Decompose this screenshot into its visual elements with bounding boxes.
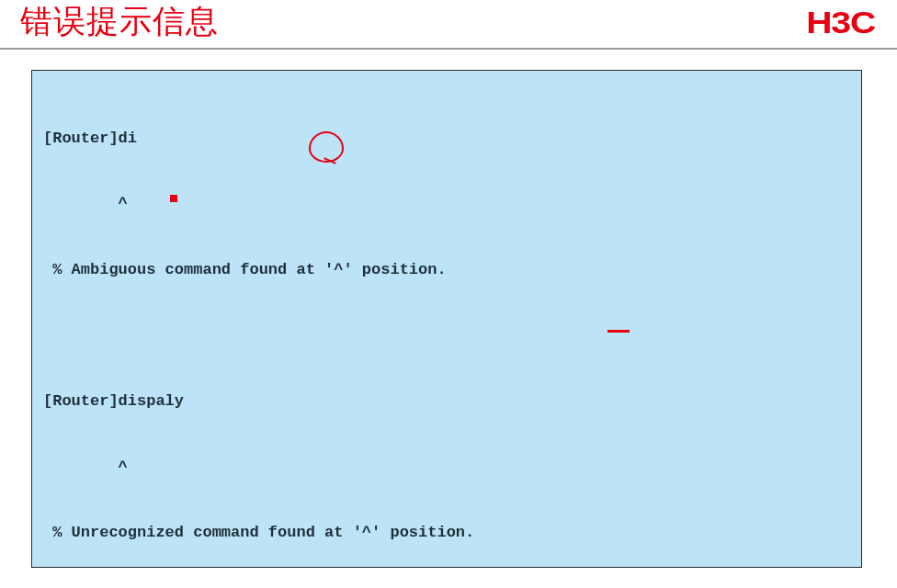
- slide-header: 错误提示信息 H3C: [0, 0, 897, 50]
- terminal-line: ^: [43, 193, 850, 215]
- terminal-line: [Router]dispaly: [43, 390, 850, 413]
- slide-title: 错误提示信息: [20, 0, 219, 43]
- brand-logo: H3C: [806, 5, 875, 40]
- terminal-line: % Ambiguous command found at '^' positio…: [43, 259, 850, 281]
- terminal-line: [Router]di: [43, 128, 850, 150]
- terminal-line: [43, 324, 850, 346]
- terminal-output-box: [Router]di ^ % Ambiguous command found a…: [31, 70, 862, 568]
- terminal-line: % Unrecognized command found at '^' posi…: [43, 522, 850, 544]
- terminal-line: ^: [43, 457, 850, 479]
